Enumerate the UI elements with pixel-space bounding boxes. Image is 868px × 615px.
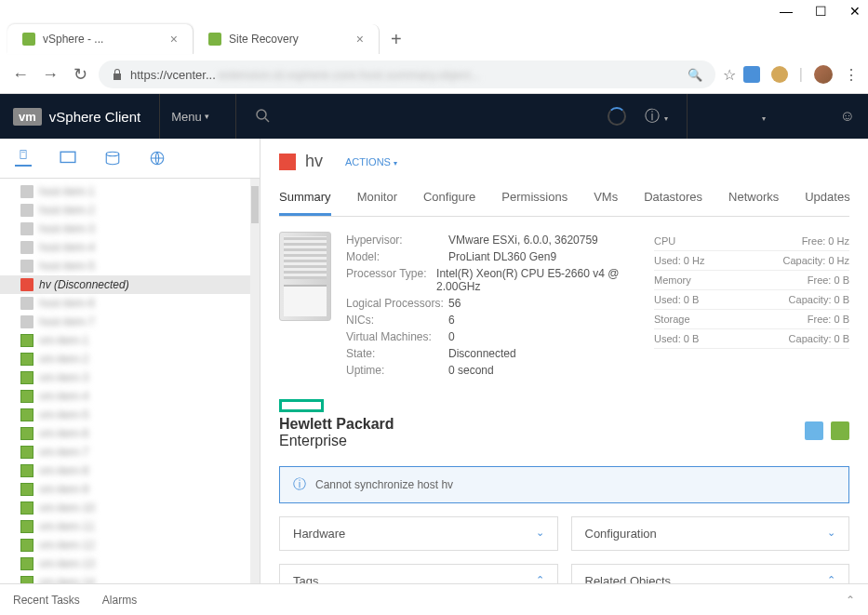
tree-item[interactable]: host-item-5 — [0, 257, 250, 275]
scrollbar[interactable] — [250, 179, 260, 583]
vm-icon — [20, 390, 33, 403]
storage-view-icon[interactable] — [104, 150, 121, 167]
profile-avatar[interactable] — [814, 65, 833, 84]
tree-item[interactable]: vm-item-14 — [0, 573, 250, 583]
tree-item[interactable]: vm-item-6 — [0, 424, 250, 443]
tree-label: host-item-3 — [39, 222, 95, 235]
menu-dropdown[interactable]: Menu ▾ — [159, 94, 220, 139]
tree-label: vm-item-13 — [39, 557, 95, 570]
host-icon — [20, 222, 33, 235]
vm-icon — [20, 557, 33, 570]
vmware-logo-icon: vm — [13, 108, 42, 126]
feedback-icon[interactable]: ☺ — [840, 108, 855, 125]
browser-tabs: vSphere - ... × Site Recovery × + — [0, 22, 868, 56]
tab-updates[interactable]: Updates — [805, 184, 849, 216]
bookmark-star-icon[interactable]: ☆ — [723, 66, 736, 84]
tree-label: host-item-2 — [39, 204, 95, 217]
back-button[interactable]: ← — [9, 65, 32, 85]
tree-item[interactable]: vm-item-5 — [0, 406, 250, 424]
tab-monitor[interactable]: Monitor — [357, 184, 397, 216]
vm-icon — [20, 520, 33, 533]
tree-label: hv (Disconnected) — [39, 278, 129, 291]
browser-tab-siterecovery[interactable]: Site Recovery × — [194, 24, 380, 54]
resource-row: Used: 0 BCapacity: 0 B — [654, 290, 849, 310]
forward-button[interactable]: → — [39, 65, 61, 85]
extension-icon[interactable] — [771, 66, 788, 83]
tab-datastores[interactable]: Datastores — [644, 184, 702, 216]
hardware-panel[interactable]: Hardware⌄ — [279, 516, 558, 551]
host-disconnected-icon — [279, 154, 296, 170]
tree-label: vm-item-14 — [39, 576, 95, 583]
browser-tab-vsphere[interactable]: vSphere - ... × — [7, 24, 194, 54]
tree-label: vm-item-11 — [39, 520, 95, 533]
tab-close-icon[interactable]: × — [170, 32, 178, 47]
url-input[interactable]: https://vcenter... extension.id.vsphere.… — [99, 60, 715, 88]
reload-button[interactable]: ↻ — [69, 64, 91, 85]
resource-row: Used: 0 HzCapacity: 0 Hz — [654, 251, 849, 271]
close-window-icon[interactable]: ✕ — [849, 4, 861, 19]
tree-item[interactable]: vm-item-4 — [0, 387, 250, 406]
network-view-icon[interactable] — [149, 150, 166, 167]
tree-item[interactable]: vm-item-2 — [0, 350, 250, 368]
vms-view-icon[interactable] — [60, 150, 76, 167]
tree-item[interactable]: vm-item-13 — [0, 555, 250, 573]
tab-networks[interactable]: Networks — [728, 184, 779, 216]
new-tab-button[interactable]: + — [380, 29, 413, 50]
vm-icon — [20, 408, 33, 421]
info-row: NICs:6 — [346, 312, 639, 328]
info-row: Virtual Machines:0 — [346, 328, 639, 345]
vendor-action-icon[interactable] — [831, 421, 849, 440]
host-icon — [20, 297, 33, 310]
tab-configure[interactable]: Configure — [423, 184, 475, 216]
related-objects-panel: Related Objects⌃ Cluster Data — [571, 564, 850, 583]
help-dropdown[interactable]: ⓘ ▾ — [645, 107, 667, 127]
tree-item[interactable]: host-item-7 — [0, 313, 250, 331]
vendor-action-icon[interactable] — [805, 421, 823, 440]
actions-dropdown[interactable]: ACTIONS ▾ — [345, 156, 397, 167]
host-icon — [20, 260, 33, 273]
vm-icon — [20, 501, 33, 515]
svg-point-0 — [257, 110, 266, 119]
alarms-tab[interactable]: Alarms — [102, 594, 137, 607]
tree-item[interactable]: vm-item-8 — [0, 461, 250, 480]
inventory-tree[interactable]: host-item-1host-item-2host-item-3host-it… — [0, 179, 250, 583]
tree-item[interactable]: vm-item-11 — [0, 517, 250, 536]
tree-item[interactable]: host-item-6 — [0, 294, 250, 313]
tree-item[interactable]: host-item-1 — [0, 182, 250, 201]
search-icon[interactable] — [255, 108, 272, 125]
tree-item[interactable]: vm-item-9 — [0, 480, 250, 499]
tab-summary[interactable]: Summary — [279, 184, 331, 216]
browser-chrome: — ☐ ✕ vSphere - ... × Site Recovery × + … — [0, 0, 868, 94]
tree-item[interactable]: vm-item-10 — [0, 499, 250, 517]
tree-item[interactable]: vm-item-12 — [0, 536, 250, 555]
tab-permissions[interactable]: Permissions — [501, 184, 568, 216]
tree-item[interactable]: vm-item-3 — [0, 368, 250, 387]
hosts-view-icon[interactable] — [15, 150, 32, 167]
loading-spinner-icon — [608, 107, 626, 126]
info-row: Hypervisor:VMware ESXi, 6.0.0, 3620759 — [346, 232, 639, 248]
tree-item[interactable]: host-item-4 — [0, 238, 250, 257]
vm-icon — [20, 427, 33, 440]
tree-item[interactable]: vm-item-7 — [0, 443, 250, 461]
info-row: State:Disconnected — [346, 345, 639, 362]
tree-item[interactable]: host-item-2 — [0, 201, 250, 220]
tree-item[interactable]: hv (Disconnected) — [0, 275, 250, 294]
vm-icon — [20, 334, 33, 347]
tab-vms[interactable]: VMs — [594, 184, 618, 216]
tree-item[interactable]: host-item-3 — [0, 220, 250, 238]
user-dropdown[interactable]: ▾ — [706, 108, 821, 125]
extension-icon[interactable] — [743, 66, 760, 83]
tree-label: vm-item-5 — [39, 408, 88, 421]
maximize-icon[interactable]: ☐ — [815, 4, 827, 19]
resource-row: StorageFree: 0 B — [654, 310, 849, 329]
svg-line-1 — [265, 118, 269, 122]
info-row: Uptime:0 second — [346, 362, 639, 379]
configuration-panel[interactable]: Configuration⌄ — [571, 516, 850, 551]
menu-dots-icon[interactable]: ⋮ — [844, 66, 859, 84]
tab-close-icon[interactable]: × — [356, 32, 364, 47]
minimize-icon[interactable]: — — [780, 4, 793, 19]
chevron-down-icon: ⌄ — [827, 527, 835, 541]
tree-item[interactable]: vm-item-1 — [0, 331, 250, 350]
recent-tasks-tab[interactable]: Recent Tasks — [13, 594, 80, 607]
chevron-up-icon[interactable]: ⌃ — [846, 594, 855, 607]
